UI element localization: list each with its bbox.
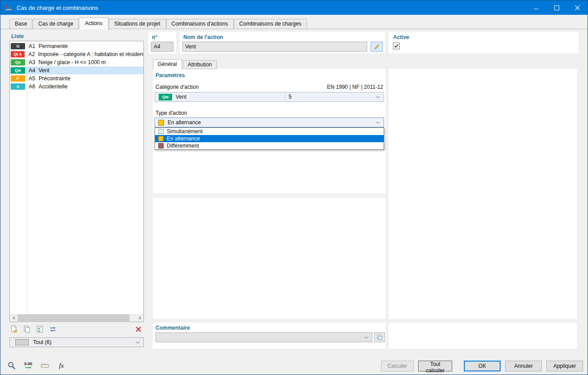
list-item-a1[interactable]: G A1 Permanente bbox=[10, 42, 143, 50]
action-name: Imposée - catégorie A : habitation et ré… bbox=[38, 51, 143, 57]
list-item-a2[interactable]: QI A A2 Imposée - catégorie A : habitati… bbox=[10, 50, 143, 58]
tab-general[interactable]: Général bbox=[153, 59, 182, 69]
list-section-label: Liste bbox=[11, 33, 24, 39]
action-category-dropdown[interactable]: Qw Vent 5 bbox=[155, 92, 384, 102]
comment-dropdown[interactable] bbox=[156, 332, 372, 342]
comment-panel: Commentaire bbox=[153, 323, 386, 349]
renumber-icon[interactable] bbox=[48, 325, 57, 334]
number-box: n° A4 bbox=[148, 32, 176, 53]
action-number-field: A4 bbox=[151, 42, 173, 52]
new-action-icon[interactable] bbox=[9, 325, 18, 334]
list-item-a6[interactable]: A A6 Accidentelle bbox=[10, 83, 143, 91]
category-badge: Qw bbox=[11, 67, 25, 74]
active-label: Active bbox=[393, 34, 409, 40]
tab-base[interactable]: Base bbox=[9, 19, 32, 29]
action-type-dropdown[interactable]: En alternance bbox=[155, 118, 384, 127]
action-name: Précontrainte bbox=[39, 75, 70, 82]
window-controls bbox=[526, 0, 588, 15]
option-simultanement[interactable]: Simultanément bbox=[155, 128, 384, 135]
tab-combinaisons-actions[interactable]: Combinaisons d'actions bbox=[166, 19, 233, 29]
option-color-swatch bbox=[158, 143, 164, 148]
transfer-check-icon[interactable] bbox=[35, 325, 44, 334]
list-filter-dropdown[interactable]: Tout (6) bbox=[9, 337, 144, 347]
category-badge: P bbox=[11, 75, 25, 82]
type-label: Type d'action bbox=[156, 110, 187, 116]
function-fx-icon[interactable]: fx bbox=[55, 359, 68, 372]
category-badge: A bbox=[11, 83, 25, 90]
category-badge: Qs bbox=[11, 59, 25, 65]
active-box: Active bbox=[389, 32, 579, 53]
titlebar[interactable]: Cas de charge et combinaisons bbox=[0, 0, 588, 15]
type-color-swatch bbox=[158, 120, 164, 126]
maximize-icon[interactable] bbox=[546, 0, 567, 15]
tab-cas-de-charge[interactable]: Cas de charge bbox=[33, 19, 78, 29]
option-label: Simultanément bbox=[167, 128, 203, 135]
decimal-places-icon[interactable]: 0.00 bbox=[22, 359, 35, 372]
footer-toolbar: 0.00 fx bbox=[5, 359, 68, 372]
category-badge: Qw bbox=[159, 94, 172, 100]
comment-label: Commentaire bbox=[156, 325, 190, 331]
actions-list: G A1 Permanente QI A A2 Imposée - catégo… bbox=[10, 42, 143, 91]
list-item-a4-selected[interactable]: Qw A4 Vent bbox=[10, 66, 143, 74]
empty-middle-panel bbox=[153, 198, 386, 319]
option-differemment[interactable]: Différemment bbox=[155, 142, 384, 149]
copy-action-icon[interactable] bbox=[22, 325, 31, 334]
action-id: A1 bbox=[29, 43, 38, 49]
magnifier-icon[interactable] bbox=[5, 359, 18, 372]
action-number-value: A4 bbox=[154, 44, 160, 50]
close-icon[interactable] bbox=[567, 0, 588, 15]
action-name: Accidentelle bbox=[39, 83, 68, 90]
option-label: Différemment bbox=[167, 143, 199, 149]
action-id: A4 bbox=[29, 67, 38, 74]
appliquer-button[interactable]: Appliquer bbox=[546, 361, 583, 371]
tab-combinaisons-charges[interactable]: Combinaisons de charges bbox=[234, 19, 307, 29]
horizontal-scrollbar[interactable] bbox=[10, 314, 143, 322]
option-color-swatch bbox=[158, 136, 164, 141]
checkbox-check-icon bbox=[394, 44, 399, 48]
edit-pencil-icon[interactable] bbox=[371, 42, 383, 52]
category-name: Vent bbox=[176, 94, 186, 100]
chevron-down-icon bbox=[376, 122, 380, 124]
tout-calculer-button[interactable]: Tout calculer bbox=[418, 361, 452, 371]
list-toolbar bbox=[9, 324, 144, 335]
main-tab-bar: Base Cas de charge Actions Situations de… bbox=[9, 17, 307, 29]
list-item-a5[interactable]: P A5 Précontrainte bbox=[10, 74, 143, 83]
dialog-window: Cas de charge et combinaisons Base Cas d… bbox=[0, 0, 588, 375]
annuler-button[interactable]: Annuler bbox=[505, 361, 542, 371]
window-title: Cas de charge et combinaisons bbox=[17, 4, 98, 11]
action-name: Neige / glace - H <= 1000 m bbox=[39, 59, 106, 65]
name-label: Nom de l'action bbox=[183, 34, 223, 40]
tab-attribution[interactable]: Attribution bbox=[183, 60, 217, 69]
filter-value: Tout (6) bbox=[33, 339, 52, 345]
calculer-button[interactable]: Calculer bbox=[381, 361, 414, 371]
scroll-left-icon[interactable] bbox=[10, 314, 17, 322]
action-name: Permanente bbox=[39, 43, 68, 49]
option-en-alternance-selected[interactable]: En alternance bbox=[155, 135, 384, 142]
comment-options-icon[interactable] bbox=[374, 332, 385, 342]
option-label: En alternance bbox=[167, 135, 200, 142]
scrollbar-thumb[interactable] bbox=[17, 314, 130, 322]
tab-actions[interactable]: Actions bbox=[79, 17, 108, 29]
action-id: A5 bbox=[29, 75, 38, 82]
action-id: A6 bbox=[29, 83, 38, 90]
active-checkbox[interactable] bbox=[393, 43, 400, 49]
scroll-right-icon[interactable] bbox=[136, 314, 143, 322]
delete-x-icon[interactable] bbox=[135, 326, 142, 333]
detail-tab-bar: Général Attribution bbox=[153, 59, 218, 69]
empty-right-panel bbox=[389, 69, 577, 319]
minimize-icon[interactable] bbox=[526, 0, 546, 15]
button-spacer bbox=[457, 361, 459, 371]
tab-situations-de-projet[interactable]: Situations de projet bbox=[109, 19, 166, 29]
fx-label: fx bbox=[59, 362, 64, 370]
combo-divider bbox=[285, 93, 285, 100]
action-name-field[interactable]: Vent bbox=[182, 42, 367, 52]
units-icon[interactable] bbox=[38, 359, 52, 372]
action-name: Vent bbox=[39, 67, 49, 74]
list-item-a3[interactable]: Qs A3 Neige / glace - H <= 1000 m bbox=[10, 58, 143, 66]
code-reference: EN 1990 | NF | 2011-12 bbox=[327, 84, 383, 90]
category-badge: QI A bbox=[11, 51, 25, 57]
category-number: 5 bbox=[289, 94, 292, 100]
ok-button[interactable]: OK bbox=[464, 361, 501, 371]
parameters-panel: Paramètres Catégorie d'action EN 1990 | … bbox=[153, 69, 386, 193]
action-name-value: Vent bbox=[185, 44, 196, 50]
